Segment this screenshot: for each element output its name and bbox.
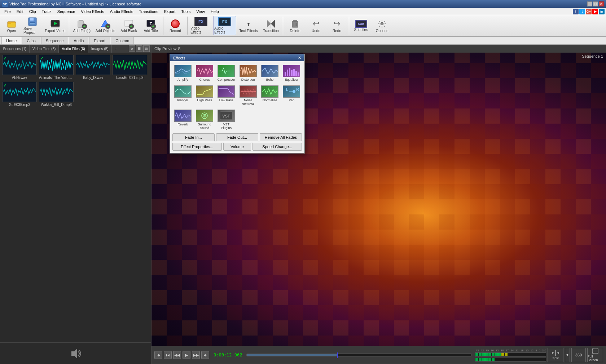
video-effects-button[interactable]: FX Video Effects bbox=[189, 16, 212, 35]
youtube-icon[interactable]: ▶ bbox=[592, 9, 598, 14]
fullscreen-button[interactable]: Full Screen bbox=[587, 348, 603, 362]
redo-button[interactable]: ↪ Redo bbox=[327, 16, 347, 35]
add-objects-button[interactable]: + Add Objects bbox=[93, 16, 117, 35]
undo-button[interactable]: ↩ Undo bbox=[306, 16, 326, 35]
menu-view[interactable]: View bbox=[193, 9, 208, 14]
options-button[interactable]: Options bbox=[372, 16, 392, 35]
file-item-gtre035[interactable]: ✓ GtrE035.mp3 bbox=[2, 82, 37, 107]
grid-view-button[interactable]: ⊞ bbox=[143, 45, 150, 52]
file-item-ahhiwav[interactable]: ✓ AhHi.wav bbox=[2, 55, 37, 80]
toolbar: Open Save Project Export Video bbox=[0, 15, 606, 37]
menu-tools[interactable]: Tools bbox=[179, 9, 194, 14]
tab-clips[interactable]: Clips bbox=[22, 37, 40, 44]
transition-button[interactable]: Transition bbox=[261, 16, 281, 35]
delete-button[interactable]: Delete bbox=[285, 16, 305, 35]
effect-normalize[interactable]: Normalize bbox=[259, 84, 280, 107]
menu-track[interactable]: Track bbox=[39, 9, 54, 14]
effect-surroundsound[interactable]: S Surround Sound bbox=[194, 108, 215, 131]
text-effects-button[interactable]: T Text Effects bbox=[237, 16, 260, 35]
add-title-button[interactable]: T + Add Title bbox=[140, 16, 161, 35]
close-button[interactable]: ✕ bbox=[599, 1, 604, 6]
svg-marker-68 bbox=[557, 351, 559, 354]
transition-label: Transition bbox=[263, 29, 279, 33]
linkedin-icon[interactable]: in bbox=[599, 9, 605, 14]
file-item-wakkariff[interactable]: Wakka_Riff_D.mp3 bbox=[39, 82, 74, 107]
effect-vstplugins[interactable]: VST VST Plugins bbox=[216, 108, 237, 131]
audio-effects-button[interactable]: FX Audio Effects bbox=[213, 16, 236, 35]
effect-distortion[interactable]: Distortion bbox=[238, 63, 258, 83]
add-blank-button[interactable]: + Add Blank bbox=[118, 16, 140, 35]
volume-button[interactable]: Volume bbox=[223, 143, 251, 151]
svg-rect-49 bbox=[295, 71, 297, 76]
360-button[interactable]: 360 bbox=[571, 348, 586, 362]
images-tab[interactable]: Images (5) bbox=[88, 45, 112, 53]
play-button[interactable]: ▶ bbox=[183, 351, 190, 359]
menu-transitions[interactable]: Transitions bbox=[136, 9, 161, 14]
menu-audio-effects[interactable]: Audio Effects bbox=[107, 9, 136, 14]
speed-change-button[interactable]: Speed Change... bbox=[252, 143, 302, 151]
tab-audio[interactable]: Audio bbox=[69, 37, 88, 44]
googleplus-icon[interactable]: G+ bbox=[586, 9, 592, 14]
effect-equalizer[interactable]: Equalizer bbox=[281, 63, 302, 83]
menu-file[interactable]: File bbox=[1, 9, 14, 14]
record-button[interactable]: Record bbox=[165, 16, 185, 35]
audio-files-tab[interactable]: Audio Files (6) bbox=[59, 45, 88, 53]
effect-lowpass[interactable]: Low Pass bbox=[216, 84, 237, 107]
minimize-button[interactable]: — bbox=[587, 1, 592, 6]
svg-rect-46 bbox=[289, 68, 290, 76]
save-project-button[interactable]: Save Project bbox=[22, 16, 43, 35]
effect-noiseremoval[interactable]: Noise Removal bbox=[238, 84, 258, 107]
fade-out-button[interactable]: Fade Out... bbox=[216, 133, 258, 141]
menu-sequence[interactable]: Sequence bbox=[54, 9, 78, 14]
file-name-animals: Animals -The Yardbarkers.mp3 bbox=[39, 76, 74, 80]
go-start-button[interactable]: ⏮ bbox=[154, 351, 162, 359]
tab-export[interactable]: Export bbox=[89, 37, 110, 44]
open-button[interactable]: Open bbox=[1, 16, 22, 35]
effect-properties-button[interactable]: Effect Properties... bbox=[172, 143, 222, 151]
subtitles-button[interactable]: SUB Subtitles bbox=[351, 16, 371, 35]
tab-home[interactable]: Home bbox=[1, 37, 21, 44]
file-item-animals[interactable]: ✓ Animals -The Yardbarkers.mp3 bbox=[39, 55, 74, 80]
export-video-button[interactable]: Export Video bbox=[43, 16, 67, 35]
rewind-button[interactable]: ◀◀ bbox=[173, 351, 181, 359]
list-view-button[interactable]: ☰ bbox=[136, 45, 142, 52]
effect-normalize-label: Normalize bbox=[263, 98, 277, 102]
add-files-button[interactable]: + Add File(s) bbox=[71, 16, 93, 35]
effect-echo[interactable]: Echo bbox=[259, 63, 280, 83]
effect-reverb[interactable]: Reverb bbox=[172, 108, 193, 131]
remove-all-fades-button[interactable]: Remove All Fades bbox=[260, 133, 302, 141]
svg-rect-28 bbox=[293, 20, 297, 21]
effect-flanger[interactable]: Flanger bbox=[172, 84, 193, 107]
file-item-babydwav[interactable]: Baby_D.wav bbox=[76, 55, 110, 80]
facebook-icon[interactable]: f bbox=[573, 9, 579, 14]
prev-frame-button[interactable]: ⏭ bbox=[164, 351, 172, 359]
effect-highpass[interactable]: High Pass bbox=[194, 84, 215, 107]
fast-forward-button[interactable]: ▶▶ bbox=[192, 351, 200, 359]
effect-pan[interactable]: L R Pan bbox=[281, 84, 302, 107]
file-item-bassem031[interactable]: bassEm031.mp3 bbox=[113, 55, 147, 80]
video-files-tab[interactable]: Video Files (5) bbox=[30, 45, 59, 53]
effect-amplify[interactable]: Amplify bbox=[172, 63, 193, 83]
tab-sequence[interactable]: Sequence bbox=[41, 37, 69, 44]
fade-in-button[interactable]: Fade In... bbox=[172, 133, 215, 141]
menu-edit[interactable]: Edit bbox=[14, 9, 26, 14]
split-button[interactable]: Split bbox=[548, 348, 563, 362]
maximize-button[interactable]: □ bbox=[593, 1, 598, 6]
menu-clip[interactable]: Clip bbox=[26, 9, 39, 14]
effect-chorus[interactable]: Chorus bbox=[194, 63, 215, 83]
tab-custom[interactable]: Custom bbox=[111, 37, 134, 44]
effects-grid: Amplify Chorus Compressor bbox=[172, 63, 302, 131]
menu-export[interactable]: Export bbox=[161, 9, 179, 14]
effects-close-button[interactable]: ✕ bbox=[298, 56, 301, 60]
sequences-tab[interactable]: Sequences (1) bbox=[0, 45, 30, 53]
menu-help[interactable]: Help bbox=[208, 9, 222, 14]
effect-compressor[interactable]: Compressor bbox=[216, 63, 237, 83]
split-dropdown[interactable]: ▼ bbox=[565, 348, 570, 362]
go-end-button[interactable]: ⏭ bbox=[201, 351, 209, 359]
menu-video-effects[interactable]: Video Effects bbox=[78, 9, 107, 14]
progress-bar[interactable] bbox=[246, 354, 472, 356]
twitter-icon[interactable]: t bbox=[579, 9, 585, 14]
menu-bar: File Edit Clip Track Sequence Video Effe… bbox=[0, 8, 606, 15]
add-media-tab[interactable]: + bbox=[112, 45, 120, 53]
delete-media-button[interactable]: ✕ bbox=[129, 45, 135, 52]
